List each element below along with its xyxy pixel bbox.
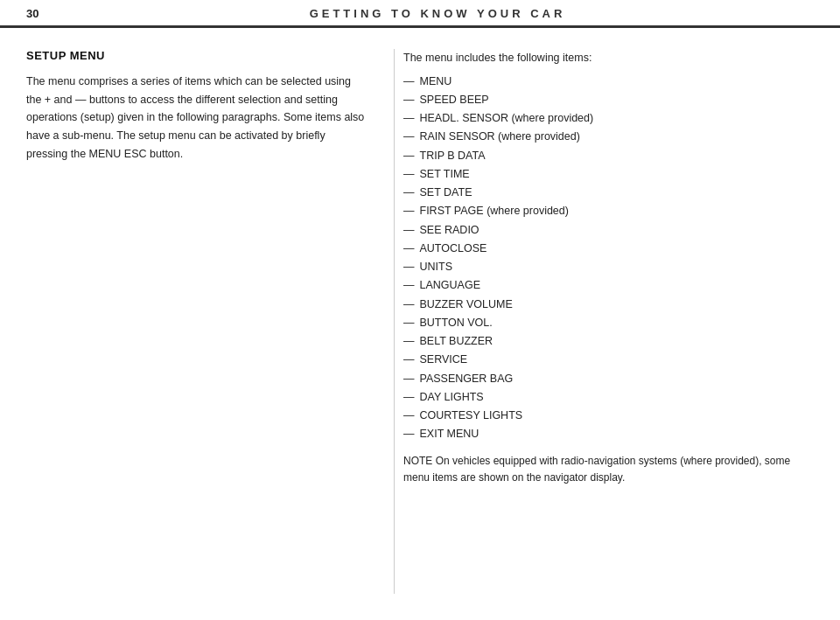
menu-item-label: AUTOCLOSE <box>420 240 487 258</box>
menu-dash: — <box>403 165 415 184</box>
menu-list-item: —SET TIME <box>403 165 814 184</box>
menu-dash: — <box>403 332 415 351</box>
page-content: SETUP MENU The menu comprises a series o… <box>0 28 840 611</box>
menu-item-label: HEADL. SENSOR (where provided) <box>420 109 594 128</box>
menu-item-label: UNITS <box>420 258 453 276</box>
menu-list-item: —MENU <box>403 73 814 91</box>
menu-dash: — <box>403 425 415 443</box>
menu-dash: — <box>403 147 415 165</box>
menu-dash: — <box>403 388 415 407</box>
menu-dash: — <box>403 296 415 314</box>
menu-item-label: DAY LIGHTS <box>420 388 484 407</box>
menu-list-item: —BELT BUZZER <box>403 332 814 351</box>
menu-list-item: —AUTOCLOSE <box>403 240 814 258</box>
menu-item-label: RAIN SENSOR (where provided) <box>420 128 580 146</box>
menu-dash: — <box>403 91 415 109</box>
menu-list-item: —UNITS <box>403 258 814 276</box>
menu-list-item: —EXIT MENU <box>403 425 814 443</box>
menu-list-item: —FIRST PAGE (where provided) <box>403 202 814 220</box>
menu-dash: — <box>403 202 415 220</box>
menu-dash: — <box>403 370 415 388</box>
menu-list: —MENU—SPEED BEEP—HEADL. SENSOR (where pr… <box>403 73 814 444</box>
menu-item-label: SEE RADIO <box>420 221 480 240</box>
menu-dash: — <box>403 276 415 295</box>
page-header: 30 GETTING TO KNOW YOUR CAR <box>0 0 840 28</box>
menu-list-item: —SPEED BEEP <box>403 91 814 109</box>
menu-item-label: SET TIME <box>420 165 470 184</box>
section-title: SETUP MENU <box>26 49 368 62</box>
menu-list-item: —TRIP B DATA <box>403 147 814 165</box>
menu-list-item: —DAY LIGHTS <box>403 388 814 407</box>
menu-dash: — <box>403 240 415 258</box>
menu-list-item: —BUTTON VOL. <box>403 314 814 332</box>
menu-item-label: PASSENGER BAG <box>420 370 514 388</box>
menu-item-label: FIRST PAGE (where provided) <box>420 202 569 220</box>
menu-list-item: —RAIN SENSOR (where provided) <box>403 128 814 146</box>
page-title: GETTING TO KNOW YOUR CAR <box>61 7 814 20</box>
menu-item-label: BELT BUZZER <box>420 332 494 351</box>
page-number: 30 <box>26 7 61 20</box>
menu-dash: — <box>403 73 415 91</box>
menu-item-label: LANGUAGE <box>420 276 480 295</box>
menu-dash: — <box>403 184 415 202</box>
menu-item-label: COURTESY LIGHTS <box>420 407 523 425</box>
menu-list-item: —HEADL. SENSOR (where provided) <box>403 109 814 128</box>
menu-dash: — <box>403 221 415 240</box>
menu-list-item: —PASSENGER BAG <box>403 370 814 388</box>
menu-dash: — <box>403 314 415 332</box>
menu-item-label: SERVICE <box>420 351 468 369</box>
menu-list-item: —COURTESY LIGHTS <box>403 407 814 425</box>
menu-item-label: SPEED BEEP <box>420 91 489 109</box>
menu-item-label: BUZZER VOLUME <box>420 296 513 314</box>
menu-list-item: —SET DATE <box>403 184 814 202</box>
menu-dash: — <box>403 109 415 128</box>
right-column: The menu includes the following items: —… <box>394 49 814 594</box>
menu-list-item: —SEE RADIO <box>403 221 814 240</box>
menu-dash: — <box>403 128 415 146</box>
menu-list-item: —BUZZER VOLUME <box>403 296 814 314</box>
menu-dash: — <box>403 258 415 276</box>
menu-item-label: TRIP B DATA <box>420 147 486 165</box>
menu-dash: — <box>403 351 415 369</box>
menu-list-item: —LANGUAGE <box>403 276 814 295</box>
left-column: SETUP MENU The menu comprises a series o… <box>26 49 368 594</box>
menu-intro: The menu includes the following items: <box>403 49 814 67</box>
menu-dash: — <box>403 407 415 425</box>
section-body: The menu comprises a series of items whi… <box>26 73 368 163</box>
menu-item-label: SET DATE <box>420 184 472 202</box>
note-text: NOTE On vehicles equipped with radio-nav… <box>403 453 814 488</box>
menu-item-label: EXIT MENU <box>420 425 480 443</box>
menu-item-label: MENU <box>420 73 452 91</box>
page-container: 30 GETTING TO KNOW YOUR CAR SETUP MENU T… <box>0 0 840 620</box>
menu-item-label: BUTTON VOL. <box>420 314 493 332</box>
menu-list-item: —SERVICE <box>403 351 814 369</box>
